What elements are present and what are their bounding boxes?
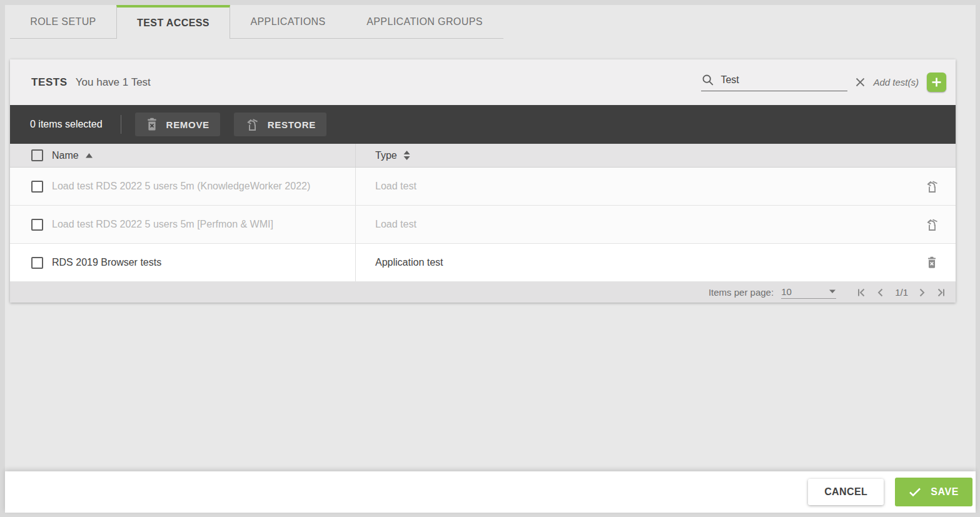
tab-test-access[interactable]: TEST ACCESS (116, 5, 230, 39)
previous-page-button[interactable] (876, 288, 885, 298)
table-header: Name Type (10, 144, 956, 168)
items-per-page-value: 10 (781, 286, 792, 297)
checkmark-icon (909, 487, 921, 497)
selection-toolbar: 0 items selected REMOVE (10, 105, 956, 144)
panel-subtitle: You have 1 Test (76, 76, 151, 89)
table-row: Load test RDS 2022 5 users 5m [Perfmon &… (10, 206, 956, 244)
toolbar-divider (121, 115, 121, 134)
test-type: Application test (375, 257, 443, 268)
page-indicator: 1/1 (895, 287, 908, 298)
search-input[interactable] (720, 74, 847, 86)
add-test-button[interactable] (927, 73, 946, 92)
restore-button-label: RESTORE (268, 119, 316, 130)
cancel-button[interactable]: CANCEL (808, 479, 884, 505)
restore-icon (245, 118, 260, 132)
column-header-type[interactable]: Type (375, 150, 397, 161)
app-background: ROLE SETUP TEST ACCESS APPLICATIONS APPL… (5, 5, 976, 513)
tab-role-setup[interactable]: ROLE SETUP (10, 5, 116, 39)
table-header-type-cell: Type (356, 144, 908, 167)
test-name: Load test RDS 2022 5 users 5m (Knowledge… (52, 181, 310, 192)
plus-icon (931, 76, 942, 88)
table-header-name-cell: Name (10, 144, 356, 167)
row-checkbox[interactable] (31, 257, 43, 269)
items-per-page-select[interactable]: 10 (781, 286, 836, 299)
remove-button-label: REMOVE (166, 119, 210, 130)
remove-button[interactable]: REMOVE (135, 113, 220, 136)
panel-header-controls: Add test(s) (701, 73, 946, 92)
table-row: RDS 2019 Browser tests Application test (10, 244, 956, 282)
add-tests-label: Add test(s) (873, 77, 919, 88)
select-all-checkbox[interactable] (31, 149, 43, 161)
tests-panel-header: TESTS You have 1 Test Add test(s) (10, 59, 956, 105)
sort-both-icon[interactable] (403, 150, 411, 161)
dropdown-arrow-icon (829, 289, 836, 294)
row-restore-icon[interactable] (924, 218, 939, 232)
table-header-actions-cell (908, 144, 956, 167)
row-checkbox[interactable] (31, 219, 43, 231)
restore-button[interactable]: RESTORE (234, 113, 326, 136)
items-per-page-label: Items per page: (709, 287, 774, 298)
table-row: Load test RDS 2022 5 users 5m (Knowledge… (10, 168, 956, 206)
tests-panel: TESTS You have 1 Test Add test(s) (10, 59, 956, 303)
test-type: Load test (375, 181, 417, 192)
clear-search-icon[interactable] (855, 77, 866, 88)
search-icon (701, 73, 715, 87)
search-box[interactable] (701, 73, 847, 91)
footer-bar: CANCEL SAVE (5, 471, 976, 513)
panel-title: TESTS (31, 76, 68, 89)
save-button-label: SAVE (931, 486, 959, 498)
last-page-button[interactable] (936, 288, 946, 298)
save-button[interactable]: SAVE (895, 478, 972, 506)
pagination-bar: Items per page: 10 1/1 (10, 282, 956, 303)
column-header-name[interactable]: Name (52, 150, 79, 161)
test-type: Load test (375, 219, 417, 230)
row-checkbox[interactable] (31, 181, 43, 193)
viewport: ROLE SETUP TEST ACCESS APPLICATIONS APPL… (0, 0, 980, 517)
cancel-button-label: CANCEL (824, 486, 867, 498)
tab-applications[interactable]: APPLICATIONS (230, 5, 346, 39)
trash-x-icon (146, 118, 158, 131)
tab-application-groups[interactable]: APPLICATION GROUPS (346, 5, 503, 39)
row-delete-icon[interactable] (926, 256, 937, 269)
sort-ascending-icon[interactable] (85, 153, 93, 159)
next-page-button[interactable] (917, 288, 926, 298)
items-selected-label: 0 items selected (30, 119, 103, 130)
tab-bar: ROLE SETUP TEST ACCESS APPLICATIONS APPL… (10, 5, 503, 39)
first-page-button[interactable] (857, 288, 867, 298)
test-name: RDS 2019 Browser tests (52, 257, 161, 268)
test-name: Load test RDS 2022 5 users 5m [Perfmon &… (52, 219, 273, 230)
row-restore-icon[interactable] (924, 179, 939, 194)
